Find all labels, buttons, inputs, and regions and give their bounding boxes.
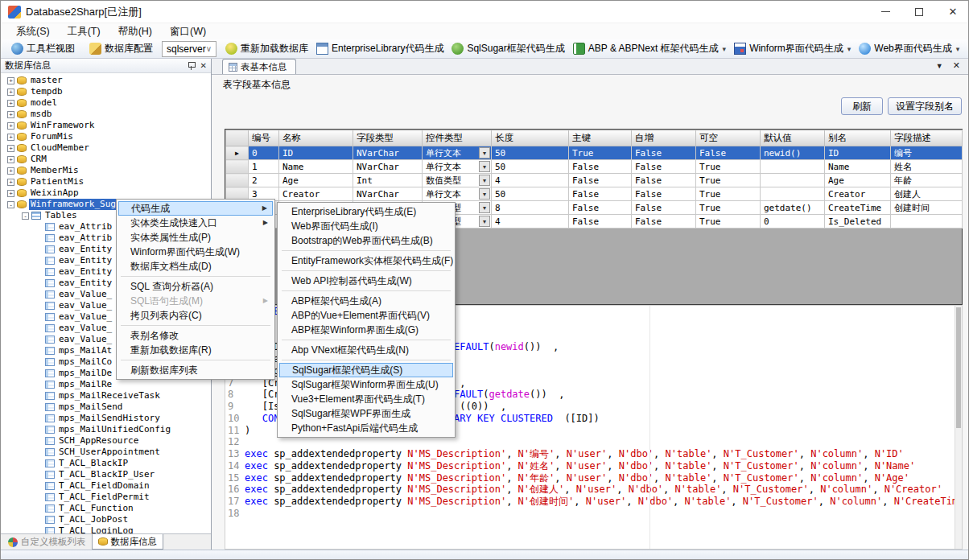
tree-item-SCH_AppResource[interactable]: SCH_AppResource [1,435,211,447]
context-menu-item-SQL 查询分析器(A)[interactable]: SQL 查询分析器(A) [118,279,273,294]
grid-header-长度[interactable]: 长度 [492,130,569,146]
submenu-item-SqlSugar框架代码生成(S)[interactable]: SqlSugar框架代码生成(S) [279,363,453,377]
grid-row[interactable]: ▶0IDNVarChar单行文本▾50TrueFalseFalsenewid()… [226,146,963,160]
grid-header-控件类型[interactable]: 控件类型 [423,130,492,146]
grid-row[interactable]: 1NameNVarChar单行文本▾50FalseFalseTrueName姓名 [226,160,963,174]
grid-cell[interactable] [891,215,963,229]
grid-cell[interactable]: True [696,160,761,174]
grid-cell[interactable]: 2 [249,174,279,187]
toolbar-button-abp[interactable]: ABP & ABPNext 框架代码生成▾ [569,40,730,57]
chevron-down-icon[interactable]: ▾ [723,45,727,53]
tree-item-T_ACL_LoginLog[interactable]: T_ACL_LoginLog [1,525,211,533]
panel-close-icon[interactable]: ✕ [200,61,207,70]
dropdown-icon[interactable]: ▾ [479,175,490,186]
context-menu-item-代码生成[interactable]: 代码生成▶ [118,201,273,216]
tree-item-MemberMis[interactable]: +MemberMis [1,165,211,176]
set-field-alias-button[interactable]: 设置字段别名 [888,97,962,115]
sidebar-tab-自定义模板列表[interactable]: 自定义模板列表 [2,534,92,550]
grid-cell[interactable]: False [632,174,696,187]
grid-cell[interactable]: 姓名 [891,160,963,174]
row-selector-cell[interactable] [226,160,249,174]
toolbar-button-library[interactable]: EnterpriseLibrary代码生成 [312,40,447,57]
grid-cell[interactable]: ID [825,146,891,160]
tree-item-msdb[interactable]: +msdb [1,109,211,120]
submenu-item-Web界面代码生成(I)[interactable]: Web界面代码生成(I) [279,219,453,233]
grid-header-字段描述[interactable]: 字段描述 [891,130,963,146]
grid-cell[interactable]: False [632,146,696,160]
dropdown-icon[interactable]: ▾ [479,188,490,200]
menubar-item[interactable]: 帮助(H) [109,23,161,40]
chevron-down-icon[interactable]: ∨ [206,44,212,53]
grid-cell[interactable]: 0 [249,146,279,160]
grid-cell[interactable]: 创建人 [891,187,963,201]
grid-cell[interactable]: False [632,160,696,174]
tree-item-T_ACL_FieldPermit[interactable]: T_ACL_FieldPermit [1,492,211,503]
tree-expander-icon[interactable]: + [7,145,14,152]
tree-item-T_ACL_JobPost[interactable]: T_ACL_JobPost [1,514,211,525]
dropdown-icon[interactable]: ▾ [479,216,490,227]
tree-item-tempdb[interactable]: +tempdb [1,86,211,97]
refresh-button[interactable]: 刷新 [841,97,883,115]
grid-cell[interactable]: 4 [492,215,569,229]
tab-close-icon[interactable]: ✕ [953,60,960,71]
tree-expander-icon[interactable]: + [7,89,14,96]
grid-header-别名[interactable]: 别名 [825,130,891,146]
grid-cell[interactable]: NVarChar [353,160,423,174]
toolbar-button-globe[interactable]: 工具栏视图 [7,40,79,57]
tab-table-basic-info[interactable]: 表基本信息 [222,59,296,74]
grid-cell[interactable]: False [569,187,632,201]
grid-cell[interactable]: newid() [761,146,825,160]
grid-cell[interactable]: getdate() [761,201,825,215]
tree-expander-icon[interactable]: - [7,201,14,208]
grid-cell[interactable]: 编号 [891,146,963,160]
sidebar-tab-数据库信息[interactable]: 数据库信息 [92,534,164,550]
grid-cell[interactable]: True [696,187,761,201]
context-menu-item-Winform界面代码生成(W)[interactable]: Winform界面代码生成(W) [118,245,273,259]
grid-cell[interactable]: 创建时间 [891,201,963,215]
grid-row[interactable]: 2AgeInt数值类型▾4FalseFalseTrueAge年龄 [226,174,963,187]
close-button[interactable]: ✕ [936,1,969,23]
grid-cell[interactable]: False [696,146,761,160]
grid-cell[interactable] [761,187,825,201]
grid-cell[interactable]: Int [353,174,423,187]
grid-cell[interactable]: Name [825,160,891,174]
toolbar-button-sqlsugar[interactable]: SqlSugar框架代码生成 [447,40,568,57]
tree-item-mps_MailUnifiedConfig[interactable]: mps_MailUnifiedConfig [1,424,211,435]
tree-expander-icon[interactable]: + [7,111,14,118]
menubar-item[interactable]: 系统(S) [7,23,59,40]
grid-cell[interactable]: 0 [761,215,825,229]
toolbar-button-keys[interactable]: 数据库配置 [85,40,157,57]
context-menu-item-SQL语句生成(M)[interactable]: SQL语句生成(M)▶ [118,294,273,308]
row-selector-cell[interactable]: ▶ [226,146,249,160]
grid-cell[interactable]: NVarChar [353,146,423,160]
submenu-item-ABP框架代码生成(A)[interactable]: ABP框架代码生成(A) [279,294,453,308]
dropdown-icon[interactable]: ▾ [479,147,490,159]
dropdown-icon[interactable]: ▾ [479,161,490,172]
tree-expander-icon[interactable]: + [7,156,14,163]
grid-cell[interactable]: False [569,174,632,187]
grid-cell[interactable] [761,160,825,174]
grid-header-可空[interactable]: 可空 [696,130,761,146]
tree-expander-icon[interactable]: + [7,190,14,197]
grid-cell[interactable]: False [569,201,632,215]
row-selector-cell[interactable] [226,174,249,187]
submenu-item-Abp VNext框架代码生成(N)[interactable]: Abp VNext框架代码生成(N) [279,343,453,357]
tree-item-ForumMis[interactable]: +ForumMis [1,131,211,142]
chevron-down-icon[interactable]: ▾ [956,45,960,53]
grid-cell[interactable]: 50 [492,187,569,201]
dropdown-icon[interactable]: ▾ [479,202,490,213]
grid-cell[interactable]: NVarChar [353,187,423,201]
submenu-item-EntityFramework实体框架代码生成(F)[interactable]: EntityFramework实体框架代码生成(F) [279,253,453,268]
tree-expander-icon[interactable]: + [7,134,14,141]
tree-item-WinFramework[interactable]: +WinFramework [1,120,211,131]
grid-cell[interactable]: 1 [249,160,279,174]
maximize-button[interactable] [902,1,936,23]
tree-item-SCH_UserAppointment[interactable]: SCH_UserAppointment [1,447,211,458]
grid-header-名称[interactable]: 名称 [279,130,353,146]
toolbar-button-winform[interactable]: Winform界面代码生成▾ [730,40,855,57]
toolbar-button-reload[interactable]: 重新加载数据库 [221,40,312,57]
grid-cell[interactable]: False [632,201,696,215]
tree-item-T_ACL_BlackIP_User[interactable]: T_ACL_BlackIP_User [1,469,211,480]
grid-cell[interactable]: Age [279,174,353,187]
tree-item-T_ACL_BlackIP[interactable]: T_ACL_BlackIP [1,458,211,469]
